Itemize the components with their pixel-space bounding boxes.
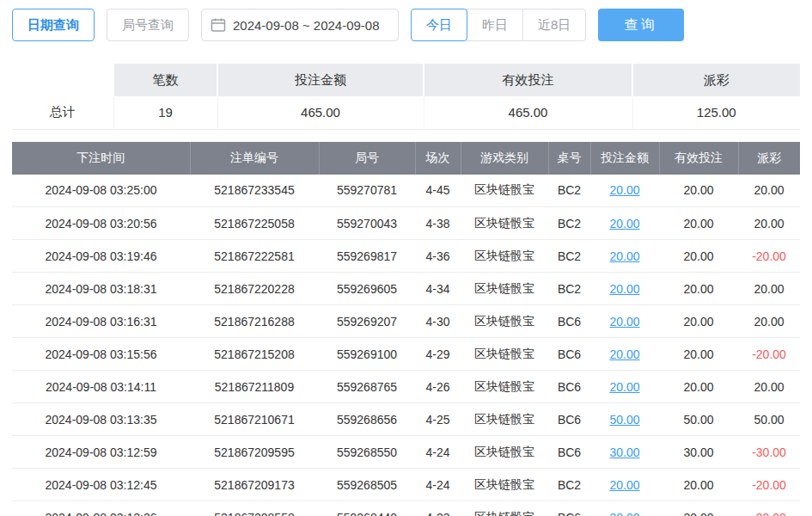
yesterday-button[interactable]: 昨日 xyxy=(467,9,523,41)
game-type-cell: 区块链骰宝 xyxy=(461,240,548,273)
session-cell: 4-29 xyxy=(415,338,461,371)
round-query-tab-button[interactable]: 局号查询 xyxy=(107,9,189,41)
bet-id-cell: 521867215208 xyxy=(190,338,319,371)
summary-table: 笔数 投注金额 有效投注 派彩 总计 19 465.00 465.00 125.… xyxy=(12,64,800,130)
bet-id-cell: 521867210671 xyxy=(190,403,319,436)
summary-payout-value: 125.00 xyxy=(632,96,800,129)
table-no-cell: BC6 xyxy=(548,436,590,469)
col-header-bet-id: 注单编号 xyxy=(190,142,319,175)
col-header-bet-amount: 投注金额 xyxy=(590,142,659,175)
summary-valid-value: 465.00 xyxy=(424,96,632,129)
bet-amount-link[interactable]: 20.00 xyxy=(609,380,639,394)
session-cell: 4-34 xyxy=(415,273,461,305)
round-id-cell: 559270781 xyxy=(319,175,415,207)
bet-amount-link[interactable]: 20.00 xyxy=(609,217,639,230)
table-row: 2024-09-08 03:14:11521867211809559268765… xyxy=(12,371,800,403)
bet-records-section: 下注时间 注单编号 局号 场次 游戏类别 桌号 投注金额 有效投注 派彩 202… xyxy=(0,130,812,516)
bet-id-cell: 521867211809 xyxy=(190,371,319,403)
col-header-payout: 派彩 xyxy=(738,142,800,175)
bet-time-cell: 2024-09-08 03:18:31 xyxy=(12,273,190,305)
summary-header-valid: 有效投注 xyxy=(424,64,632,96)
col-header-valid-bet: 有效投注 xyxy=(659,142,738,175)
bet-amount-cell: 20.00 xyxy=(590,273,659,305)
query-toolbar: 日期查询 局号查询 2024-09-08 ~ 2024-09-08 今日 昨日 … xyxy=(0,0,812,52)
session-cell: 4-30 xyxy=(415,305,461,338)
valid-bet-cell: 20.00 xyxy=(659,501,738,516)
table-row: 2024-09-08 03:18:31521867220228559269605… xyxy=(12,273,800,305)
date-range-picker[interactable]: 2024-09-08 ~ 2024-09-08 xyxy=(201,9,399,41)
table-no-cell: BC6 xyxy=(548,338,590,371)
round-id-cell: 559269100 xyxy=(319,338,415,371)
table-row: 2024-09-08 03:19:46521867222581559269817… xyxy=(12,240,800,273)
bet-time-cell: 2024-09-08 03:20:56 xyxy=(12,207,190,240)
payout-cell: 20.00 xyxy=(738,305,800,338)
game-type-cell: 区块链骰宝 xyxy=(461,338,548,371)
bet-amount-cell: 20.00 xyxy=(590,175,659,207)
bet-id-cell: 521867208558 xyxy=(190,501,319,516)
round-id-cell: 559268440 xyxy=(319,501,415,516)
summary-header-count: 笔数 xyxy=(113,64,217,96)
bet-amount-link[interactable]: 20.00 xyxy=(609,282,639,296)
payout-cell: 20.00 xyxy=(738,371,800,403)
bet-table-header-row: 下注时间 注单编号 局号 场次 游戏类别 桌号 投注金额 有效投注 派彩 xyxy=(12,142,800,175)
bet-time-cell: 2024-09-08 03:19:46 xyxy=(12,240,190,273)
session-cell: 4-25 xyxy=(415,403,461,436)
table-row: 2024-09-08 03:12:45521867209173559268505… xyxy=(12,469,800,501)
session-cell: 4-36 xyxy=(415,240,461,273)
session-cell: 4-23 xyxy=(415,501,461,516)
bet-id-cell: 521867233545 xyxy=(190,175,319,207)
bet-amount-link[interactable]: 20.00 xyxy=(609,347,639,361)
round-id-cell: 559268765 xyxy=(319,371,415,403)
valid-bet-cell: 20.00 xyxy=(659,305,738,338)
round-id-cell: 559268656 xyxy=(319,403,415,436)
valid-bet-cell: 20.00 xyxy=(659,371,738,403)
bet-amount-cell: 20.00 xyxy=(590,501,659,516)
bet-amount-link[interactable]: 20.00 xyxy=(609,478,639,492)
bet-amount-cell: 20.00 xyxy=(590,371,659,403)
bet-time-cell: 2024-09-08 03:16:31 xyxy=(12,305,190,338)
valid-bet-cell: 20.00 xyxy=(659,338,738,371)
valid-bet-cell: 20.00 xyxy=(659,240,738,273)
session-cell: 4-45 xyxy=(415,175,461,207)
valid-bet-cell: 30.00 xyxy=(659,436,738,469)
bet-time-cell: 2024-09-08 03:12:45 xyxy=(12,469,190,501)
table-no-cell: BC2 xyxy=(548,175,590,207)
payout-cell: -20.00 xyxy=(738,501,800,516)
bet-records-table: 下注时间 注单编号 局号 场次 游戏类别 桌号 投注金额 有效投注 派彩 202… xyxy=(12,142,800,516)
col-header-round-id: 局号 xyxy=(319,142,415,175)
bet-amount-link[interactable]: 30.00 xyxy=(609,445,639,459)
bet-amount-link[interactable]: 20.00 xyxy=(609,511,639,516)
calendar-icon xyxy=(211,17,226,33)
bet-time-cell: 2024-09-08 03:12:59 xyxy=(12,436,190,469)
bet-amount-link[interactable]: 20.00 xyxy=(609,315,639,329)
bet-time-cell: 2024-09-08 03:25:00 xyxy=(12,175,190,207)
game-type-cell: 区块链骰宝 xyxy=(461,501,548,516)
table-no-cell: BC2 xyxy=(548,240,590,273)
bet-id-cell: 521867225058 xyxy=(190,207,319,240)
date-query-tab-button[interactable]: 日期查询 xyxy=(12,9,95,41)
table-no-cell: BC2 xyxy=(548,207,590,240)
summary-total-row: 总计 19 465.00 465.00 125.00 xyxy=(12,96,800,129)
last-8-days-button[interactable]: 近8日 xyxy=(522,9,586,41)
bet-id-cell: 521867222581 xyxy=(190,240,319,273)
bet-amount-link[interactable]: 20.00 xyxy=(609,249,639,263)
payout-cell: -30.00 xyxy=(738,436,800,469)
today-button[interactable]: 今日 xyxy=(411,9,467,41)
col-header-session: 场次 xyxy=(415,142,461,175)
bet-id-cell: 521867209595 xyxy=(190,436,319,469)
table-row: 2024-09-08 03:12:59521867209595559268550… xyxy=(12,436,800,469)
bet-amount-link[interactable]: 50.00 xyxy=(609,413,639,427)
bet-amount-cell: 20.00 xyxy=(590,305,659,338)
game-type-cell: 区块链骰宝 xyxy=(461,436,548,469)
round-id-cell: 559269605 xyxy=(319,273,415,305)
search-button[interactable]: 查询 xyxy=(598,9,684,41)
valid-bet-cell: 20.00 xyxy=(659,469,738,501)
table-no-cell: BC2 xyxy=(548,469,590,501)
table-row: 2024-09-08 03:15:56521867215208559269100… xyxy=(12,338,800,371)
game-type-cell: 区块链骰宝 xyxy=(461,469,548,501)
session-cell: 4-38 xyxy=(415,207,461,240)
game-type-cell: 区块链骰宝 xyxy=(461,403,548,436)
bet-amount-link[interactable]: 20.00 xyxy=(609,183,639,197)
summary-total-label: 总计 xyxy=(12,96,113,129)
summary-section: 笔数 投注金额 有效投注 派彩 总计 19 465.00 465.00 125.… xyxy=(0,52,812,130)
